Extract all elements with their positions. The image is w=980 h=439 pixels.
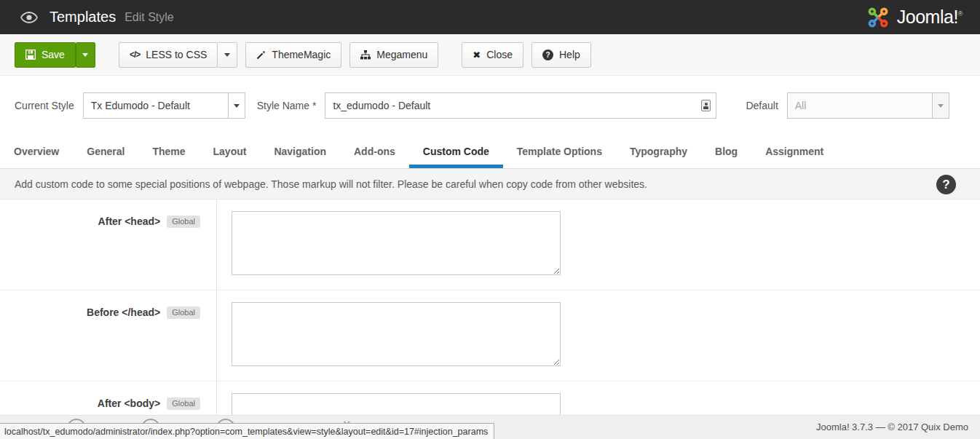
field-row-after-head: After <head> Global — [0, 199, 980, 290]
style-name-input[interactable] — [325, 92, 716, 119]
default-select-value: All — [788, 93, 932, 118]
code-icon: </> — [130, 50, 140, 60]
tab-template-options[interactable]: Template Options — [503, 135, 616, 168]
help-icon: ? — [542, 50, 553, 60]
tab-add-ons[interactable]: Add-ons — [340, 135, 409, 168]
close-icon: ✖ — [473, 50, 481, 60]
caret-down-icon — [224, 53, 230, 57]
current-style-label: Current Style — [15, 100, 74, 111]
before-head-close-label: Before </head> — [87, 306, 160, 319]
after-head-textarea[interactable] — [232, 211, 561, 275]
close-button-label: Close — [486, 49, 513, 60]
tab-general[interactable]: General — [73, 135, 138, 168]
admin-header: Templates Edit Style Joomla!® — [0, 0, 980, 34]
field-input-column — [217, 199, 561, 290]
notice-help-icon[interactable]: ? — [936, 175, 956, 194]
tab-typography[interactable]: Typography — [616, 135, 701, 168]
style-settings-bar: Current Style Tx Edumodo - Default Style… — [0, 76, 980, 135]
default-label: Default — [746, 100, 778, 111]
caret-down-icon — [938, 104, 944, 108]
save-button-group: Save — [15, 42, 95, 68]
save-button-label: Save — [42, 49, 65, 60]
after-body-label: After <body> — [98, 398, 160, 410]
global-badge[interactable]: Global — [167, 215, 200, 228]
joomla-edit-style-page: { "header": { "title": "Templates", "sub… — [0, 0, 980, 439]
after-head-label: After <head> — [98, 215, 161, 228]
save-dropdown-toggle[interactable] — [76, 42, 95, 68]
joomla-logo-text: Joomla!® — [897, 7, 963, 28]
default-select-caret-button[interactable] — [932, 93, 949, 118]
status-url-text: localhost/tx_edumodo/administrator/index… — [4, 427, 488, 437]
field-input-column — [217, 290, 561, 381]
save-button[interactable]: Save — [15, 42, 76, 68]
current-style-select[interactable]: Tx Edumodo - Default — [83, 92, 245, 119]
floppy-disk-icon — [25, 50, 36, 60]
field-row-before-head-close: Before </head> Global — [0, 290, 980, 381]
registered-mark: ® — [958, 10, 963, 17]
help-button[interactable]: ? Help — [532, 42, 591, 68]
close-button[interactable]: ✖ Close — [462, 42, 523, 68]
current-style-caret-button[interactable] — [228, 93, 245, 118]
thememagic-label: ThemeMagic — [272, 49, 331, 60]
browser-status-url: localhost/tx_edumodo/administrator/index… — [0, 423, 494, 439]
tab-layout[interactable]: Layout — [199, 135, 261, 168]
caret-down-icon — [234, 104, 240, 108]
tab-navigation[interactable]: Navigation — [260, 135, 340, 168]
less-to-css-dropdown-toggle[interactable] — [218, 42, 237, 68]
joomla-logo: Joomla!® — [866, 5, 967, 30]
tab-theme[interactable]: Theme — [138, 135, 199, 168]
megamenu-button[interactable]: Megamenu — [349, 42, 438, 68]
page-title: Templates — [50, 9, 116, 25]
notice-text: Add custom code to some special position… — [15, 178, 647, 190]
tab-custom-code[interactable]: Custom Code — [409, 135, 503, 168]
joomla-logo-icon — [866, 5, 890, 30]
tab-blog[interactable]: Blog — [701, 135, 751, 168]
global-badge[interactable]: Global — [167, 398, 200, 410]
toolbar: Save </> LESS to CSS ThemeMagic Megamenu — [0, 34, 980, 76]
current-style-value: Tx Edumodo - Default — [84, 93, 228, 118]
custom-code-form: After <head> Global Before </head> Globa… — [0, 199, 980, 439]
field-label-column: After <head> Global — [0, 199, 217, 290]
caret-down-icon — [82, 53, 88, 57]
magic-wand-icon — [256, 50, 266, 60]
page-subtitle: Edit Style — [125, 11, 174, 24]
custom-code-notice: Add custom code to some special position… — [0, 169, 980, 199]
joomla-version-text: Joomla! 3.7.3 — © 2017 Quix Demo — [816, 416, 968, 438]
settings-tabs: Overview General Theme Layout Navigation… — [0, 135, 980, 169]
style-name-label: Style Name * — [257, 100, 317, 111]
sitemap-icon — [360, 50, 371, 60]
tab-assignment[interactable]: Assignment — [751, 135, 837, 168]
help-button-label: Help — [559, 49, 580, 60]
preview-eye-icon[interactable] — [20, 12, 38, 23]
megamenu-label: Megamenu — [376, 49, 427, 60]
global-badge[interactable]: Global — [167, 306, 200, 319]
before-head-close-textarea[interactable] — [232, 302, 561, 366]
less-to-css-label: LESS to CSS — [146, 49, 207, 60]
field-label-column: Before </head> Global — [0, 290, 217, 381]
style-name-field-wrap — [325, 92, 716, 119]
default-select[interactable]: All — [787, 92, 949, 119]
password-manager-icon[interactable] — [701, 100, 711, 111]
thememagic-button[interactable]: ThemeMagic — [245, 42, 341, 68]
less-to-css-button[interactable]: </> LESS to CSS — [119, 42, 218, 68]
tab-overview[interactable]: Overview — [0, 135, 73, 168]
less-to-css-group: </> LESS to CSS — [119, 42, 237, 68]
